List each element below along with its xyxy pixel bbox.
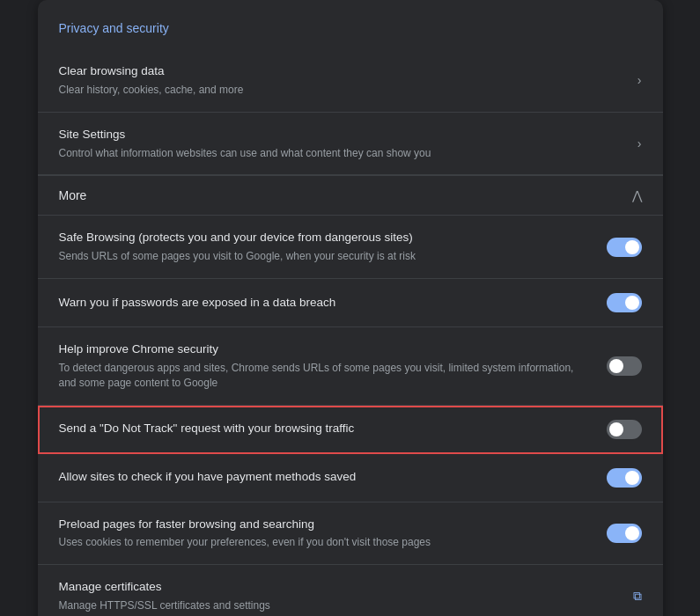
row-title-warn-passwords: Warn you if passwords are exposed in a d… xyxy=(59,295,593,312)
manage-certificates-row[interactable]: Manage certificates Manage HTTPS/SSL cer… xyxy=(38,565,663,616)
preload-pages-toggle[interactable] xyxy=(607,524,642,543)
row-text-clear-browsing: Clear browsing data Clear history, cooki… xyxy=(59,63,637,98)
privacy-security-panel: Privacy and security Clear browsing data… xyxy=(38,0,663,616)
more-label: More xyxy=(59,188,87,202)
toggle-knob-3 xyxy=(609,359,623,373)
row-title-preload-pages: Preload pages for faster browsing and se… xyxy=(59,517,593,533)
row-subtitle-manage-certs: Manage HTTPS/SSL certificates and settin… xyxy=(59,598,619,613)
row-subtitle-help-improve: To detect dangerous apps and sites, Chro… xyxy=(59,361,593,391)
preload-pages-row[interactable]: Preload pages for faster browsing and se… xyxy=(38,502,663,566)
chevron-right-icon: › xyxy=(637,73,642,87)
help-improve-toggle[interactable] xyxy=(607,356,642,376)
site-settings-row[interactable]: Site Settings Control what information w… xyxy=(38,113,663,176)
warn-passwords-row[interactable]: Warn you if passwords are exposed in a d… xyxy=(38,279,663,327)
safe-browsing-toggle[interactable] xyxy=(607,238,642,257)
toggle-slider-3 xyxy=(607,356,642,376)
more-section-header[interactable]: More ⋀ xyxy=(38,175,663,216)
row-title-clear-browsing: Clear browsing data xyxy=(59,63,623,80)
row-title-payment-methods: Allow sites to check if you have payment… xyxy=(59,469,593,486)
row-text-site-settings: Site Settings Control what information w… xyxy=(59,127,637,161)
row-subtitle-site-settings: Control what information websites can us… xyxy=(59,146,623,161)
warn-passwords-toggle[interactable] xyxy=(607,293,642,312)
row-text-manage-certs: Manage certificates Manage HTTPS/SSL cer… xyxy=(59,579,633,613)
row-subtitle-preload-pages: Uses cookies to remember your preference… xyxy=(59,535,593,550)
toggle-slider xyxy=(607,238,642,257)
row-text-help-improve: Help improve Chrome security To detect d… xyxy=(59,341,607,390)
toggle-slider-4 xyxy=(607,420,642,439)
do-not-track-toggle[interactable] xyxy=(607,420,642,439)
toggle-knob-6 xyxy=(625,526,639,540)
do-not-track-row[interactable]: Send a "Do Not Track" request with your … xyxy=(38,406,663,454)
toggle-knob-4 xyxy=(609,422,623,436)
row-title-manage-certs: Manage certificates xyxy=(59,579,619,596)
toggle-slider-5 xyxy=(607,468,642,488)
section-title: Privacy and security xyxy=(38,21,663,49)
payment-methods-toggle[interactable] xyxy=(607,468,642,488)
toggle-knob xyxy=(625,240,639,254)
chevron-right-icon-2: › xyxy=(637,136,642,150)
row-text-payment-methods: Allow sites to check if you have payment… xyxy=(59,469,607,486)
toggle-slider-6 xyxy=(607,524,642,543)
chevron-up-icon: ⋀ xyxy=(632,188,642,202)
row-subtitle-safe-browsing: Sends URLs of some pages you visit to Go… xyxy=(59,249,593,264)
toggle-knob-5 xyxy=(625,471,639,485)
clear-browsing-data-row[interactable]: Clear browsing data Clear history, cooki… xyxy=(38,49,663,113)
row-text-warn-passwords: Warn you if passwords are exposed in a d… xyxy=(59,295,607,312)
row-title-help-improve: Help improve Chrome security xyxy=(59,341,593,358)
row-text-preload-pages: Preload pages for faster browsing and se… xyxy=(59,517,607,551)
payment-methods-row[interactable]: Allow sites to check if you have payment… xyxy=(38,454,663,502)
toggle-knob-2 xyxy=(625,296,639,310)
row-title-do-not-track: Send a "Do Not Track" request with your … xyxy=(59,421,593,437)
external-link-icon: ⧉ xyxy=(633,589,642,604)
row-text-do-not-track: Send a "Do Not Track" request with your … xyxy=(59,421,607,437)
row-text-safe-browsing: Safe Browsing (protects you and your dev… xyxy=(59,230,607,264)
row-title-site-settings: Site Settings xyxy=(59,127,623,143)
row-title-safe-browsing: Safe Browsing (protects you and your dev… xyxy=(59,230,593,246)
help-improve-chrome-row[interactable]: Help improve Chrome security To detect d… xyxy=(38,327,663,405)
row-subtitle-clear-browsing: Clear history, cookies, cache, and more xyxy=(59,83,623,98)
toggle-slider-2 xyxy=(607,293,642,312)
safe-browsing-row[interactable]: Safe Browsing (protects you and your dev… xyxy=(38,216,663,279)
